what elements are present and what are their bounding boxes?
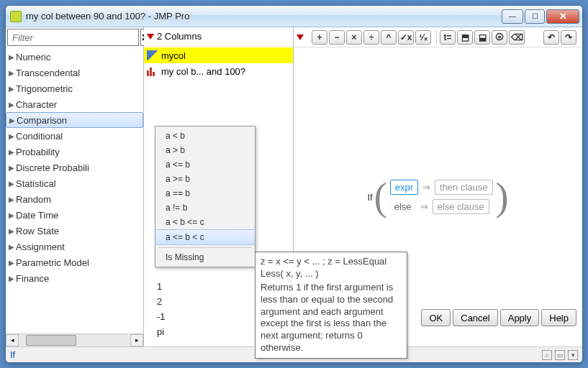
menu-triangle-icon[interactable] <box>297 34 304 40</box>
minimize-button[interactable]: — <box>502 9 523 24</box>
category-assignment[interactable]: ▶Assignment <box>6 239 143 254</box>
filter-input[interactable] <box>7 29 139 46</box>
expand-triangle-icon: ▶ <box>9 164 16 172</box>
column-item-mycol[interactable]: mycol <box>144 47 293 63</box>
column-item-mycolb[interactable]: my col b... and 100? <box>144 63 293 79</box>
expand-triangle-icon: ▶ <box>9 132 16 140</box>
menu-item[interactable]: a >= b <box>155 172 255 186</box>
tool-button[interactable]: ↶ <box>543 30 559 45</box>
menu-item[interactable]: Is Missing <box>155 250 255 264</box>
value-list: 1 2 -1 pi <box>151 279 255 339</box>
category-random[interactable]: ▶Random <box>6 191 143 207</box>
expand-triangle-icon: ▶ <box>9 243 16 251</box>
expand-triangle-icon: ▶ <box>9 196 16 203</box>
tool-button[interactable]: ⬓ <box>474 30 490 45</box>
arrow-icon: ⇒ <box>420 201 428 212</box>
tooltip-desc: Returns 1 if the first argument is less … <box>261 282 402 354</box>
columns-header[interactable]: 2 Columns <box>144 27 293 46</box>
column-label: my col b... and 100? <box>161 66 245 77</box>
expand-triangle-icon: ▶ <box>9 101 16 109</box>
category-date-time[interactable]: ▶Date Time <box>6 207 143 223</box>
category-comparison[interactable]: ▶Comparison <box>6 112 143 128</box>
else-slot[interactable]: else clause <box>433 199 489 214</box>
tooltip: z = x <= y < ... ; z = LessEqual Less( x… <box>255 252 407 359</box>
help-button[interactable]: Help <box>541 309 576 326</box>
status-home-icon[interactable]: ⌂ <box>542 350 552 360</box>
tool-button[interactable]: ⦿ <box>492 30 507 45</box>
expand-triangle-icon: ▶ <box>9 116 17 124</box>
category-label: Date Time <box>16 210 58 221</box>
function-categories-panel: ✕ ▶Numeric▶Transcendental▶Trigonometric▶… <box>6 27 144 346</box>
menu-item[interactable]: a < b <box>155 129 255 143</box>
category-label: Comparison <box>17 115 67 126</box>
cancel-button[interactable]: Cancel <box>453 309 497 326</box>
status-layout-icon[interactable]: ▭ <box>555 350 565 360</box>
category-label: Assignment <box>16 242 65 252</box>
tool-button[interactable]: ^ <box>381 30 397 45</box>
category-label: Character <box>16 99 57 110</box>
category-conditional[interactable]: ▶Conditional <box>6 128 143 144</box>
tool-button[interactable]: ¹⁄ₓ <box>415 30 431 45</box>
category-finance[interactable]: ▶Finance <box>6 270 143 286</box>
arrow-icon: ⇒ <box>422 182 430 193</box>
category-character[interactable]: ▶Character <box>6 96 143 112</box>
expand-triangle-icon: ▶ <box>9 227 16 235</box>
category-parametric-model[interactable]: ▶Parametric Model <box>6 254 143 270</box>
status-menu-icon[interactable]: ▾ <box>568 350 578 360</box>
scroll-right-icon[interactable]: ▸ <box>130 334 143 346</box>
category-row-state[interactable]: ▶Row State <box>6 223 143 239</box>
category-label: Numeric <box>16 52 50 63</box>
tool-button[interactable]: ⬒ <box>457 30 473 45</box>
category-statistical[interactable]: ▶Statistical <box>6 175 143 191</box>
titlebar: my col between 90 and 100? - JMP Pro — ☐… <box>6 6 582 27</box>
menu-item[interactable]: a <= b < c <box>155 229 255 245</box>
category-trigonometric[interactable]: ▶Trigonometric <box>6 80 143 96</box>
scroll-thumb[interactable] <box>26 335 76 346</box>
category-label: Conditional <box>16 131 63 142</box>
tooltip-syntax: z = x <= y < ... ; z = LessEqual Less( x… <box>261 256 402 280</box>
close-button[interactable]: ✕ <box>546 9 579 24</box>
if-keyword: If <box>368 192 373 203</box>
expand-triangle-icon: ▶ <box>9 148 16 156</box>
app-icon <box>10 11 22 22</box>
tool-button[interactable]: − <box>329 30 345 45</box>
menu-item[interactable]: a > b <box>155 143 255 157</box>
menu-item[interactable]: a == b <box>155 186 255 201</box>
list-item[interactable]: 1 <box>157 279 255 294</box>
category-label: Statistical <box>16 178 56 189</box>
ok-button[interactable]: OK <box>421 309 451 326</box>
open-paren-icon: ( <box>374 175 387 219</box>
then-slot[interactable]: then clause <box>435 180 493 195</box>
menu-item[interactable]: a < b <= c <box>155 215 255 229</box>
tool-button[interactable]: ÷ <box>363 30 379 45</box>
tool-button[interactable]: ✓x <box>398 30 414 45</box>
category-numeric[interactable]: ▶Numeric <box>6 49 143 65</box>
tool-button[interactable]: ↷ <box>561 30 576 45</box>
list-item[interactable]: -1 <box>157 309 255 324</box>
category-label: Probability <box>16 147 60 157</box>
list-item[interactable]: 2 <box>157 294 255 309</box>
menu-item[interactable]: a != b <box>155 201 255 215</box>
separator <box>158 247 252 248</box>
tool-button[interactable]: + <box>312 30 327 45</box>
list-item[interactable]: pi <box>157 324 255 339</box>
menu-triangle-icon[interactable] <box>147 34 154 40</box>
menu-item[interactable]: a <= b <box>155 157 255 172</box>
close-paren-icon: ) <box>496 175 509 219</box>
expand-triangle-icon: ▶ <box>9 53 16 61</box>
scroll-left-icon[interactable]: ◂ <box>6 334 19 346</box>
tool-button[interactable]: ⌫ <box>509 30 525 45</box>
column-label: mycol <box>161 50 186 61</box>
tool-button[interactable]: t= <box>440 30 456 45</box>
maximize-button[interactable]: ☐ <box>525 9 545 24</box>
apply-button[interactable]: Apply <box>500 309 540 326</box>
category-discrete-probabili[interactable]: ▶Discrete Probabili <box>6 160 143 175</box>
category-label: Row State <box>16 226 59 236</box>
category-probability[interactable]: ▶Probability <box>6 144 143 160</box>
condition-slot[interactable]: expr <box>390 180 418 195</box>
tool-button[interactable]: × <box>346 30 362 45</box>
horizontal-scrollbar[interactable]: ◂ ▸ <box>6 334 143 346</box>
category-transcendental[interactable]: ▶Transcendental <box>6 65 143 80</box>
else-label-slot[interactable]: else <box>390 200 416 213</box>
category-label: Transcendental <box>16 68 80 78</box>
